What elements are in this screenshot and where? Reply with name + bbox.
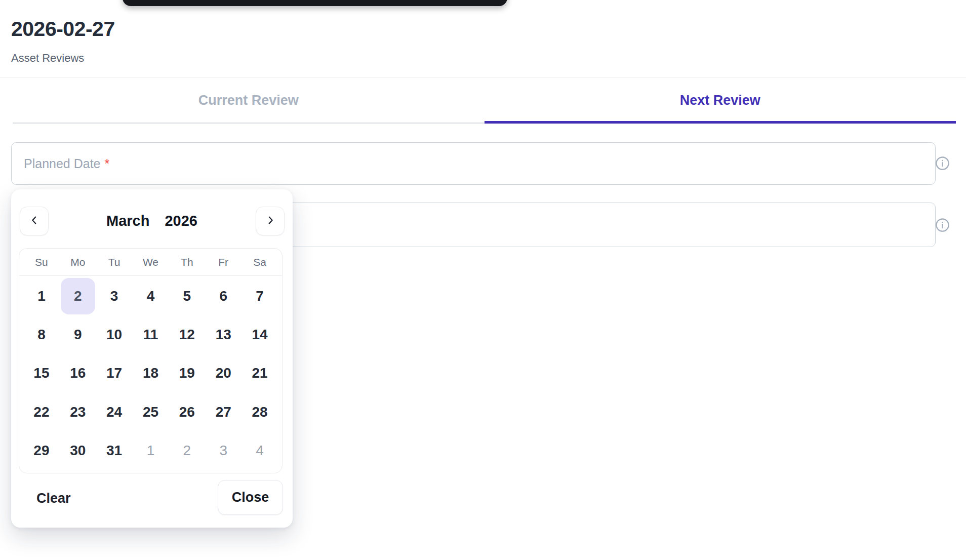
calendar-days: 1234567891011121314151617181920212223242… (19, 276, 282, 473)
calendar-day[interactable]: 4 (134, 278, 168, 314)
weekday-label: Mo (60, 256, 96, 268)
weekday-label: Sa (242, 256, 278, 268)
previous-month-button[interactable] (20, 207, 49, 235)
calendar-day[interactable]: 14 (243, 316, 277, 353)
weekday-header: SuMoTuWeThFrSa (19, 249, 282, 276)
calendar-day[interactable]: 1 (24, 278, 59, 314)
calendar-day-selected[interactable]: 2 (61, 278, 95, 314)
calendar-day[interactable]: 12 (170, 316, 204, 353)
next-month-button[interactable] (256, 207, 285, 235)
tab-current-review-label: Current Review (198, 93, 299, 108)
calendar-day[interactable]: 16 (61, 355, 95, 391)
calendar-day[interactable]: 5 (170, 278, 204, 314)
datepicker-header: March 2026 (52, 207, 252, 235)
calendar-day[interactable]: 24 (97, 394, 132, 430)
weekday-label: We (133, 256, 169, 268)
required-asterisk: * (105, 156, 110, 171)
calendar-day[interactable]: 13 (206, 316, 240, 353)
planned-date-placeholder: Planned Date* (24, 156, 109, 171)
calendar-day[interactable]: 10 (97, 316, 132, 353)
calendar-day[interactable]: 28 (243, 394, 277, 430)
tab-underline-active (485, 121, 956, 124)
chevron-right-icon (265, 215, 276, 228)
weekday-label: Fr (205, 256, 242, 268)
calendar-day[interactable]: 25 (134, 394, 168, 430)
info-icon[interactable] (935, 218, 950, 232)
chevron-left-icon (29, 215, 40, 228)
calendar-day[interactable]: 22 (24, 394, 59, 430)
calendar-day[interactable]: 27 (206, 394, 240, 430)
calendar-day[interactable]: 3 (206, 432, 240, 469)
calendar-day[interactable]: 7 (243, 278, 277, 314)
calendar-day[interactable]: 29 (24, 432, 59, 469)
tab-underline-inactive (13, 123, 485, 124)
calendar-day[interactable]: 21 (243, 355, 277, 391)
tab-current-review[interactable]: Current Review (13, 77, 485, 124)
calendar-day[interactable]: 20 (206, 355, 240, 391)
calendar-day[interactable]: 1 (134, 432, 168, 469)
calendar-day[interactable]: 30 (61, 432, 95, 469)
calendar-day[interactable]: 8 (24, 316, 59, 353)
clear-button[interactable]: Clear (36, 488, 71, 508)
info-icon[interactable] (935, 156, 950, 171)
calendar-day[interactable]: 9 (61, 316, 95, 353)
calendar-day[interactable]: 26 (170, 394, 204, 430)
weekday-label: Tu (96, 256, 133, 268)
page-title: 2026-02-27 (11, 17, 115, 41)
calendar-day[interactable]: 4 (243, 432, 277, 469)
calendar-day[interactable]: 31 (97, 432, 132, 469)
weekday-label: Th (169, 256, 205, 268)
planned-date-field[interactable]: Planned Date* (11, 142, 936, 185)
calendar-day[interactable]: 18 (134, 355, 168, 391)
calendar-day[interactable]: 23 (61, 394, 95, 430)
calendar-grid: SuMoTuWeThFrSa 1234567891011121314151617… (19, 248, 283, 473)
calendar-day[interactable]: 3 (97, 278, 132, 314)
close-button[interactable]: Close (218, 480, 283, 515)
datepicker-popup: March 2026 SuMoTuWeThFrSa 12345678910111… (11, 189, 293, 528)
toast-remnant (123, 0, 507, 6)
tab-bar: Current Review Next Review (13, 77, 956, 124)
calendar-day[interactable]: 19 (170, 355, 204, 391)
weekday-label: Su (23, 256, 60, 268)
year-label[interactable]: 2026 (165, 213, 197, 229)
calendar-day[interactable]: 17 (97, 355, 132, 391)
month-label[interactable]: March (106, 213, 149, 229)
page-subtitle: Asset Reviews (11, 52, 84, 65)
calendar-day[interactable]: 6 (206, 278, 240, 314)
calendar-day[interactable]: 15 (24, 355, 59, 391)
tab-next-review-label: Next Review (680, 93, 760, 108)
calendar-day[interactable]: 11 (134, 316, 168, 353)
tab-next-review[interactable]: Next Review (485, 77, 956, 124)
calendar-day[interactable]: 2 (170, 432, 204, 469)
